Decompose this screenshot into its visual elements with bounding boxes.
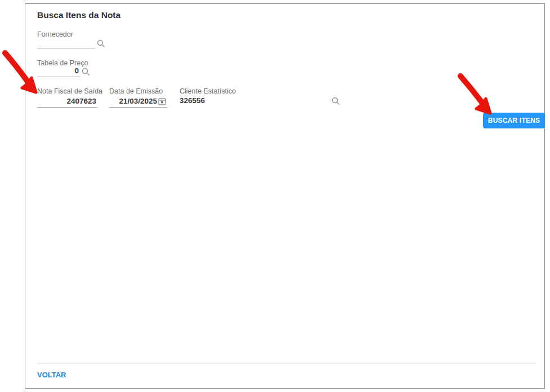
cliente-estatistico-label: Cliente Estatístico <box>180 87 236 95</box>
busca-itens-panel: Busca Itens da Nota Fornecedor Tabela de… <box>25 3 545 389</box>
nota-fiscal-de-saida-label: Nota Fiscal de Saída <box>37 87 102 95</box>
tabela-de-preco-field <box>37 65 80 77</box>
nota-fiscal-de-saida-input[interactable] <box>37 97 97 107</box>
buscar-itens-button[interactable]: BUSCAR ITENS <box>483 113 545 128</box>
cliente-estatistico-value: 326556 <box>180 96 205 105</box>
fornecedor-field <box>37 36 95 48</box>
search-icon[interactable] <box>96 39 105 48</box>
search-icon[interactable] <box>81 67 90 76</box>
search-icon[interactable] <box>331 96 340 105</box>
data-de-emissao-input[interactable] <box>109 97 158 107</box>
data-de-emissao-label: Data de Emissão <box>109 87 163 95</box>
calendar-icon[interactable] <box>158 97 166 106</box>
fornecedor-input[interactable] <box>37 38 95 48</box>
page-title: Busca Itens da Nota <box>37 10 120 20</box>
data-de-emissao-field <box>109 95 167 108</box>
voltar-link[interactable]: VOLTAR <box>37 371 66 379</box>
footer-divider <box>37 363 536 364</box>
tabela-de-preco-input[interactable] <box>37 66 80 77</box>
nota-fiscal-de-saida-field <box>37 95 97 108</box>
